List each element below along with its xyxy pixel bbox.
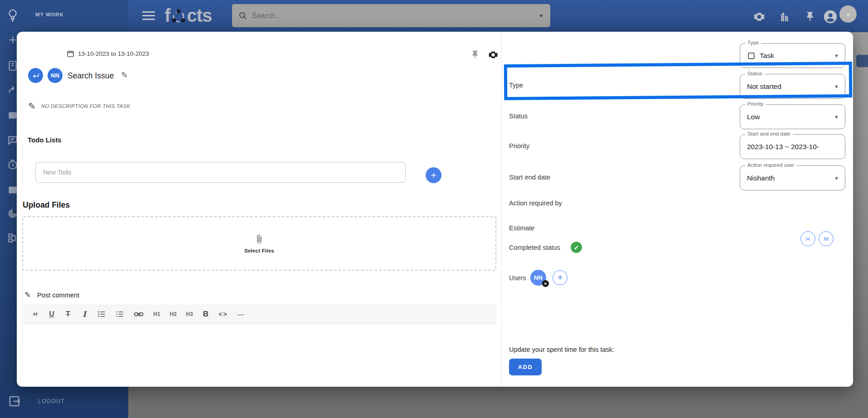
comment-editor[interactable] <box>23 324 496 387</box>
status-select[interactable]: Status Not started ▼ <box>740 74 845 99</box>
edit-comment-icon[interactable]: ✎ <box>24 290 31 300</box>
user-avatar[interactable]: o <box>839 5 857 23</box>
task-settings-gear-icon[interactable] <box>488 50 498 60</box>
paperclip-icon <box>254 233 264 245</box>
description-row: ✎ NO DESCRIPTION FOR THIS TASK <box>28 101 130 112</box>
bullet-list-icon[interactable] <box>94 307 109 321</box>
h1-icon[interactable]: H1 <box>150 307 163 321</box>
ordered-list-icon[interactable] <box>112 307 127 321</box>
completed-check-icon[interactable]: ✓ <box>571 242 582 253</box>
dates-label: Start end date <box>509 174 550 181</box>
task-detail-modal: 13-10-2023 to 13-10-2023 NN Search Issue… <box>17 32 853 387</box>
file-dropzone[interactable]: Select Files <box>22 216 496 271</box>
date-range-field[interactable]: Start and end date 2023-10-13 ~ 2023-10- <box>740 134 845 159</box>
dates-value: 2023-10-13 ~ 2023-10- <box>747 143 819 151</box>
horizontal-rule-icon[interactable]: — <box>234 307 247 321</box>
logout-label: LOGOUT <box>38 398 65 404</box>
search-icon <box>238 11 247 20</box>
edit-title-icon[interactable]: ✎ <box>121 70 128 80</box>
chevron-down-icon: ▼ <box>834 84 839 89</box>
priority-label: Priority <box>509 142 529 150</box>
back-button[interactable] <box>28 68 43 83</box>
italic-icon[interactable]: I <box>78 307 91 321</box>
search-dropdown-caret-icon[interactable]: ▼ <box>538 13 544 19</box>
users-label: Users <box>509 274 526 282</box>
estimate-minutes-button[interactable]: M <box>819 231 834 246</box>
background-card-fragment <box>854 137 868 164</box>
workspace-label: MY WORK <box>35 12 63 17</box>
blockquote-icon[interactable]: ” <box>29 307 42 321</box>
pin-task-icon[interactable] <box>470 50 480 60</box>
priority-field-label: Priority <box>745 101 766 107</box>
code-icon[interactable]: <> <box>216 307 230 321</box>
check-glyph: ✓ <box>574 244 579 251</box>
spent-time-prompt: Update your spent time for this task: <box>509 346 614 353</box>
add-spent-time-button[interactable]: ADD <box>509 359 542 375</box>
company-icon[interactable] <box>779 11 790 23</box>
column-divider <box>501 32 502 387</box>
logout-icon <box>8 394 22 408</box>
date-range-text: 13-10-2023 to 13-10-2023 <box>78 50 149 57</box>
menu-icon[interactable] <box>142 11 155 22</box>
lightbulb-icon <box>6 8 19 23</box>
pin-icon[interactable] <box>804 11 816 23</box>
remove-user-icon[interactable]: ✕ <box>542 280 549 287</box>
type-field-label: Type <box>745 40 761 45</box>
new-todo-input[interactable] <box>35 162 406 183</box>
dates-field-label: Start and end date <box>745 131 793 136</box>
post-comment-heading: ✎ Post comment <box>24 290 79 300</box>
logo-text-left: f <box>165 5 170 26</box>
todo-lists-heading: Todo Lists <box>28 136 62 144</box>
chevron-down-icon: ▼ <box>834 175 839 181</box>
status-value: Not started <box>747 83 781 91</box>
user-chip-text: NN <box>534 274 543 281</box>
back-arrow-icon <box>32 72 39 79</box>
background-button-fragment <box>856 55 868 67</box>
logo-text-right: cts <box>187 5 212 26</box>
type-value: Task <box>760 52 774 60</box>
completed-status-label: Completed status <box>509 244 560 251</box>
h3-icon[interactable]: H3 <box>183 307 196 321</box>
action-required-select[interactable]: Action required user Nishanth ▼ <box>740 165 845 190</box>
search-placeholder: Search... <box>252 12 538 20</box>
add-todo-button[interactable]: + <box>426 167 441 183</box>
type-label: Type <box>509 82 523 89</box>
account-icon[interactable] <box>823 9 838 24</box>
priority-value: Low <box>747 113 760 121</box>
strikethrough-icon[interactable]: T <box>62 307 74 321</box>
type-select[interactable]: Type Task ▼ <box>740 43 845 68</box>
user-chip[interactable]: NN ✕ <box>530 270 546 286</box>
settings-icon[interactable] <box>753 11 765 23</box>
edit-description-icon[interactable]: ✎ <box>28 101 36 112</box>
add-user-button[interactable]: + <box>553 270 567 285</box>
status-field-label: Status <box>745 71 765 76</box>
user-avatar-text: o <box>846 11 849 18</box>
assignee-avatar-text: NN <box>51 72 59 79</box>
link-icon[interactable] <box>131 307 147 321</box>
select-files-label: Select Files <box>244 248 274 253</box>
minutes-label: M <box>824 236 829 242</box>
assignee-avatar[interactable]: NN <box>48 68 63 83</box>
screen: MY WORK LOGOUT f <box>0 0 868 418</box>
upload-files-heading: Upload Files <box>23 200 70 210</box>
x-glyph: ✕ <box>544 282 548 286</box>
task-date-range: 13-10-2023 to 13-10-2023 <box>67 50 149 58</box>
action-required-label: Action required by <box>509 199 562 207</box>
app-logo: f cts <box>165 5 212 26</box>
logout-button[interactable]: LOGOUT <box>8 394 65 408</box>
hours-label: H <box>806 236 810 242</box>
action-required-value: Nishanth <box>747 174 775 182</box>
status-label: Status <box>509 112 528 120</box>
action-required-field-label: Action required user <box>745 162 796 168</box>
chevron-down-icon: ▼ <box>834 53 839 58</box>
no-description-text: NO DESCRIPTION FOR THIS TASK <box>41 103 131 109</box>
comment-toolbar: ” U T I H1 H2 H3 B <> — <box>23 304 496 324</box>
bold-icon[interactable]: B <box>199 307 212 321</box>
plus-icon: + <box>431 171 436 180</box>
priority-select[interactable]: Priority Low ▼ <box>740 104 845 129</box>
global-search[interactable]: Search... ▼ <box>232 4 550 27</box>
estimate-hours-button[interactable]: H <box>800 231 815 246</box>
underline-icon[interactable]: U <box>45 307 58 321</box>
estimate-label: Estimate <box>509 224 534 232</box>
h2-icon[interactable]: H2 <box>167 307 179 321</box>
